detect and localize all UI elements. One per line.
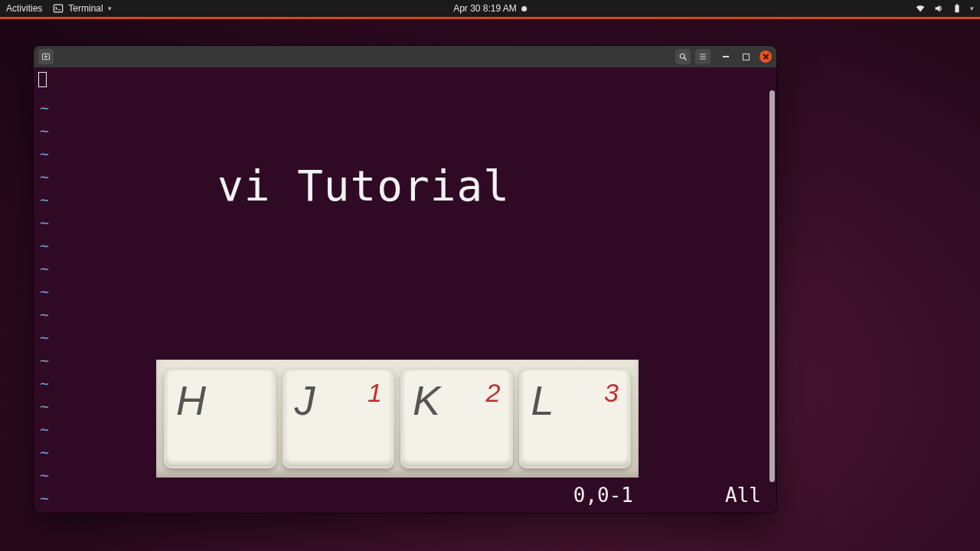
vim-tilde: ~ [40,257,49,280]
keycap-letter: L [531,377,554,424]
svg-rect-1 [955,5,959,13]
vim-empty-line-column: ~~~~~~~~~~~~~~~~~~ [40,96,49,510]
vim-tilde: ~ [40,303,49,326]
terminal-icon [53,3,64,14]
vim-tilde: ~ [40,372,49,395]
new-tab-button[interactable] [38,49,54,64]
vim-status-line: 0,0-1 All [49,484,761,507]
app-menu[interactable]: Terminal ▾ [53,3,111,14]
vim-tilde: ~ [40,119,49,142]
keycap-k: K2 [400,369,513,468]
vim-tilde: ~ [40,211,49,234]
terminal-window: ~~~~~~~~~~~~~~~~~~ vi Tutorial HJ1K2L3 0… [34,46,776,513]
svg-rect-2 [956,4,959,5]
clock[interactable]: Apr 30 8:19 AM [453,3,527,14]
volume-icon[interactable] [933,3,944,14]
battery-icon[interactable] [952,3,962,14]
vim-tilde: ~ [40,280,49,303]
window-close-button[interactable] [760,51,772,63]
notification-dot-icon [521,6,527,11]
scroll-indicator: All [725,484,761,507]
vim-tilde: ~ [40,349,49,372]
gnome-top-panel: Activities Terminal ▾ Apr 30 8:19 AM ▾ [0,0,980,17]
svg-point-4 [680,54,684,58]
keyboard-keys-image: HJ1K2L3 [156,360,639,478]
search-button[interactable] [675,49,691,64]
vim-tilde: ~ [40,188,49,211]
keycap-number: 2 [486,378,501,408]
vim-tilde: ~ [40,165,49,188]
window-titlebar[interactable] [34,46,776,67]
panel-accent-bar [0,17,980,19]
app-menu-label: Terminal [68,3,103,14]
vim-tilde: ~ [40,326,49,349]
network-icon[interactable] [915,3,926,14]
hamburger-menu-button[interactable] [695,49,710,64]
terminal-viewport[interactable]: ~~~~~~~~~~~~~~~~~~ vi Tutorial HJ1K2L3 0… [34,67,776,513]
system-menu-chevron-icon[interactable]: ▾ [970,5,974,12]
text-cursor [38,72,47,87]
cursor-position: 0,0-1 [573,484,633,507]
vim-tilde: ~ [40,96,49,119]
chevron-down-icon: ▾ [108,5,112,12]
keycap-letter: H [176,377,206,424]
vim-tilde: ~ [40,487,49,510]
vim-tilde: ~ [40,441,49,464]
keycap-number: 1 [368,378,382,408]
vim-tilde: ~ [40,234,49,257]
keycap-number: 3 [604,378,619,408]
activities-button[interactable]: Activities [6,3,42,14]
vim-tilde: ~ [40,395,49,418]
vertical-scrollbar[interactable] [769,90,775,482]
keycap-letter: J [295,377,315,424]
vim-tilde: ~ [40,142,49,165]
keycap-letter: K [413,377,440,424]
overlay-title: vi Tutorial [217,161,510,210]
keycap-h: H [164,369,276,468]
vim-tilde: ~ [40,418,49,441]
clock-label: Apr 30 8:19 AM [453,3,517,14]
svg-rect-0 [54,5,63,12]
keycap-l: L3 [519,369,632,468]
vim-tilde: ~ [40,464,49,487]
window-minimize-button[interactable] [720,51,732,63]
window-maximize-button[interactable] [740,51,752,63]
keycap-j: J1 [283,369,395,468]
